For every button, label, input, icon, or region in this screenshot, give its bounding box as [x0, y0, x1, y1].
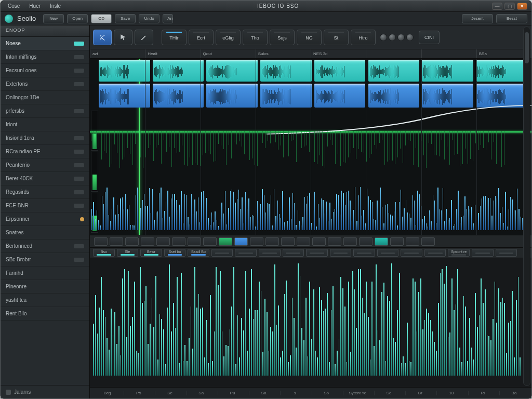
view-tab[interactable]: Tho — [243, 30, 268, 45]
view-tab[interactable]: NG — [297, 30, 322, 45]
mixer-channel-header[interactable]: Bso — [93, 249, 115, 257]
sidebar-item[interactable]: Snatres — [1, 226, 89, 240]
transport-button[interactable] — [265, 237, 279, 246]
mixer-channel-header[interactable] — [330, 249, 352, 257]
mixer-channel-header[interactable] — [283, 249, 304, 257]
transport-button[interactable] — [297, 237, 310, 246]
tool-cut-button[interactable] — [93, 30, 112, 45]
audio-clip[interactable] — [99, 84, 150, 108]
vertical-scrollbar[interactable] — [523, 26, 530, 386]
audio-clip[interactable] — [422, 60, 473, 82]
mixer-channel-header[interactable] — [235, 249, 257, 257]
transport-button[interactable] — [110, 237, 123, 246]
sidebar-item[interactable]: Facsunl ooes — [1, 64, 89, 77]
audio-clip[interactable] — [206, 60, 258, 82]
play-button[interactable]: CINI — [419, 31, 440, 44]
knob[interactable] — [380, 34, 387, 41]
tool-new-button[interactable]: New — [43, 14, 64, 23]
sidebar-item[interactable]: Onlinogor 1De — [1, 91, 89, 104]
sidebar-item[interactable]: Plneonre — [1, 280, 89, 294]
sidebar-item[interactable]: Insiond 1cra — [1, 131, 89, 145]
audio-clip[interactable] — [153, 84, 204, 108]
mixer-footer-cell[interactable]: Br — [405, 391, 434, 395]
mixer-footer-cell[interactable]: Sa — [249, 391, 278, 395]
mixer-channel-header[interactable] — [306, 249, 328, 257]
audio-clip[interactable] — [153, 60, 204, 82]
transport-button[interactable] — [406, 237, 419, 246]
mixer-channel-header[interactable]: Spsont re — [448, 249, 470, 257]
sidebar-item[interactable]: Iriont — [1, 118, 89, 131]
audio-clip[interactable] — [314, 60, 366, 82]
knob[interactable] — [406, 34, 414, 41]
transport-button[interactable] — [234, 237, 248, 246]
mixer-footer-cell[interactable]: So — [312, 391, 341, 395]
mixer-channel-header[interactable] — [211, 249, 233, 257]
transport-button[interactable] — [219, 237, 232, 246]
tool-save-button[interactable]: Save — [115, 14, 136, 23]
mixer-channel-header[interactable]: Bssdl Bo — [188, 249, 209, 257]
mixer-channel-header[interactable] — [259, 249, 281, 257]
mixer-footer-cell[interactable]: Sytent Ye — [343, 391, 372, 395]
mixer-footer-cell[interactable]: Bcg — [93, 391, 122, 395]
mixer-footer-cell[interactable]: Pu — [218, 391, 247, 395]
transport-button[interactable] — [343, 237, 357, 246]
sidebar-item[interactable]: Rent Blio — [1, 307, 89, 321]
mixer-footer-cell[interactable]: Sa — [187, 391, 216, 395]
mixer-channel-header[interactable]: Sle — [117, 249, 139, 257]
tool-open-button[interactable]: Open — [67, 14, 88, 23]
transport-button[interactable] — [203, 237, 217, 246]
arrangement-view[interactable] — [90, 59, 531, 235]
transport-button[interactable] — [328, 237, 341, 246]
menu-item[interactable]: Huer — [26, 3, 44, 9]
audio-clip[interactable] — [368, 60, 420, 82]
sidebar-item[interactable]: yasht tca — [1, 294, 89, 307]
mixer-channel-header[interactable] — [401, 249, 422, 257]
tool-pointer-button[interactable] — [114, 30, 132, 45]
sidebar-item[interactable]: RCra ndiao PE — [1, 145, 89, 158]
mixer-footer-cell[interactable]: Se — [155, 391, 184, 395]
transport-button[interactable] — [250, 237, 263, 246]
title-bar[interactable]: Cose Huer Insle IEBOC IO BSO — ▢ ✕ — [1, 1, 531, 12]
timeline-ruler[interactable]: azt Healt Qout Sulos NES 3d BSa — [90, 49, 531, 59]
mixer-footer-cell[interactable]: 10 — [436, 391, 466, 395]
menu-item[interactable]: Insle — [47, 3, 64, 9]
sidebar-item[interactable]: Inton miffings — [1, 50, 89, 64]
transport-button[interactable] — [172, 237, 185, 246]
mixer-channel-header[interactable] — [496, 249, 517, 257]
sidebar-item[interactable]: Bertonnecd — [1, 240, 89, 253]
mixer-footer-cell[interactable]: Ba — [499, 391, 528, 395]
knob[interactable] — [389, 34, 396, 41]
transport-button[interactable] — [390, 237, 404, 246]
close-button[interactable]: ✕ — [517, 3, 527, 10]
sidebar-item[interactable]: SBc Brobrr — [1, 253, 89, 267]
sidebar-item[interactable]: prfersbs — [1, 104, 89, 118]
sidebar-item[interactable]: Erpsonncr — [1, 212, 89, 226]
transport-button[interactable] — [281, 237, 295, 246]
view-tab[interactable]: Ecrt — [189, 30, 214, 45]
tool-draw-button[interactable] — [135, 30, 153, 45]
transport-button[interactable] — [94, 237, 108, 246]
toolbar-right-b[interactable]: Besst — [496, 14, 527, 23]
transport-button[interactable] — [421, 237, 435, 246]
mixer-channel-header[interactable]: Bewr — [140, 249, 162, 257]
view-tab[interactable]: St — [324, 30, 349, 45]
sidebar-item[interactable]: FCE BNR — [1, 199, 89, 212]
tool-mode-button[interactable]: CD — [91, 14, 112, 23]
menu-item[interactable]: Cose — [5, 3, 23, 9]
sidebar-item[interactable]: Berer 40CK — [1, 172, 89, 185]
audio-clip[interactable] — [260, 60, 312, 82]
mixer-footer-cell[interactable]: Se — [374, 391, 403, 395]
view-tab[interactable]: THtr — [162, 30, 187, 45]
tool-arrange-button[interactable]: Arr — [163, 14, 173, 23]
mixer-channel-header[interactable]: Sset bo — [164, 249, 186, 257]
view-tab[interactable]: Sujs — [270, 30, 295, 45]
transport-button[interactable] — [359, 237, 373, 246]
sidebar-item[interactable]: Noese — [1, 37, 89, 50]
audio-clip[interactable] — [99, 60, 150, 82]
knob[interactable] — [397, 34, 405, 41]
transport-button[interactable] — [156, 237, 170, 246]
mixer-footer-cell[interactable]: P5 — [124, 391, 153, 395]
sidebar-item[interactable]: Farinhd — [1, 267, 89, 280]
mixer-channel-header[interactable] — [424, 249, 446, 257]
tool-undo-button[interactable]: Undo — [139, 14, 159, 23]
